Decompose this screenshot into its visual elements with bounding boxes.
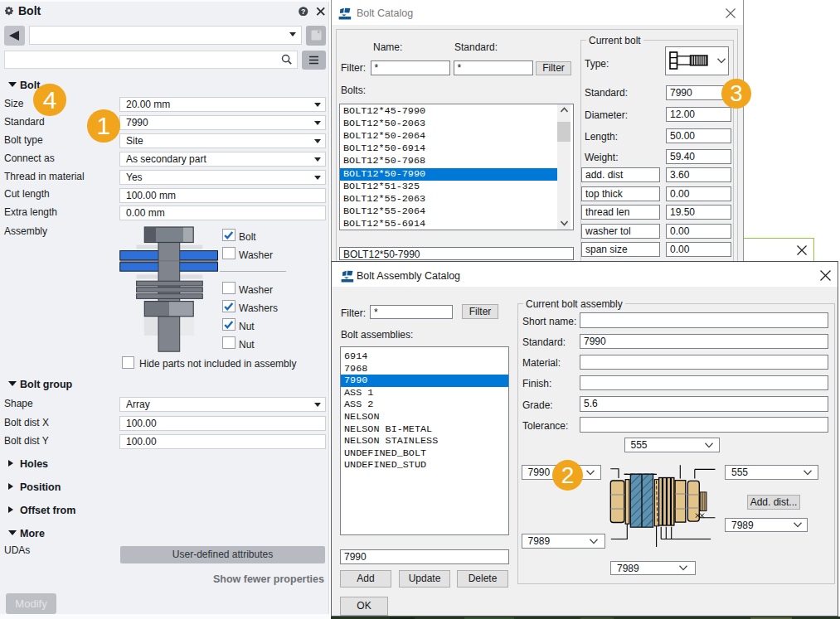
svg-text:?: ?	[301, 7, 305, 15]
